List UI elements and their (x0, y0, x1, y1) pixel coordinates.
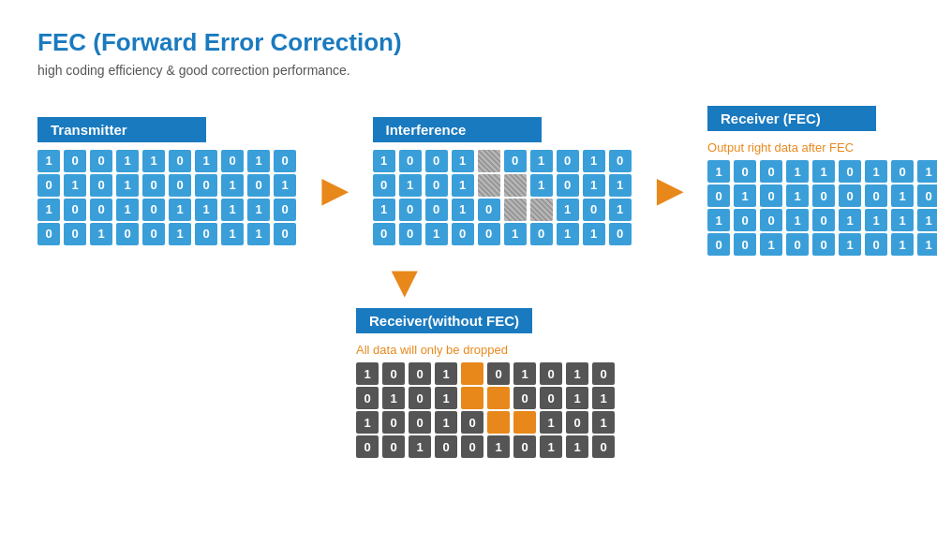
bit-cell: 1 (373, 199, 395, 221)
bit-cell: 0 (707, 233, 730, 256)
bit-cell: 1 (504, 223, 527, 245)
bit-cell: 0 (195, 223, 217, 245)
bit-cell: 1 (786, 209, 809, 231)
transmitter-header: Transmitter (37, 117, 206, 142)
bit-cell: 0 (557, 150, 579, 172)
bit-cell: 1 (435, 387, 457, 409)
bit-cell: 1 (583, 150, 605, 172)
bit-cell: 0 (116, 223, 139, 245)
bit-cell: 1 (356, 362, 379, 385)
bit-cell: 1 (786, 160, 809, 183)
bit-cell: 0 (90, 150, 112, 172)
bit-cell: 0 (557, 174, 579, 197)
bit-cell: 0 (504, 150, 527, 172)
transmitter-block: Transmitter 1001101010010100010110010111… (37, 117, 298, 245)
bit-cell (504, 174, 527, 197)
bit-cell (487, 387, 510, 409)
bit-cell: 1 (592, 387, 615, 409)
bit-cell: 0 (478, 199, 500, 221)
bit-cell: 0 (142, 223, 165, 245)
bit-cell: 1 (452, 199, 474, 221)
bit-cell: 1 (409, 435, 431, 458)
bit-cell: 0 (356, 435, 379, 458)
bit-cell: 0 (865, 233, 887, 256)
bit-cell: 0 (382, 411, 405, 434)
page-subtitle: high coding efficiency & good correction… (37, 63, 900, 78)
bit-cell: 0 (425, 199, 448, 221)
bit-cell (461, 362, 483, 385)
bit-cell: 0 (592, 362, 615, 385)
bit-cell: 1 (786, 184, 809, 207)
bit-cell: 0 (583, 199, 605, 221)
bit-cell: 1 (221, 223, 244, 245)
bit-cell: 1 (540, 411, 562, 434)
bit-cell: 1 (917, 209, 937, 231)
bit-cell (530, 199, 553, 221)
bit-cell: 1 (221, 199, 244, 221)
receiver-fec-header: Receiver (FEC) (707, 106, 876, 131)
bit-cell: 0 (707, 184, 730, 207)
bit-cell: 1 (37, 150, 60, 172)
bit-cell: 0 (409, 362, 431, 385)
bit-cell (487, 411, 510, 434)
bit-cell: 0 (247, 174, 270, 197)
bit-cell: 1 (540, 435, 562, 458)
bit-cell: 1 (356, 411, 379, 434)
receiver-no-fec-grid: 10010101001010011100101010010010110 (356, 362, 617, 458)
bit-cell: 0 (274, 150, 296, 172)
bit-cell: 1 (116, 199, 139, 221)
bit-cell: 1 (707, 160, 730, 183)
bit-cell: 1 (435, 411, 457, 434)
bit-cell: 0 (609, 223, 632, 245)
bit-cell: 0 (169, 174, 191, 197)
bit-cell: 0 (142, 199, 165, 221)
bit-cell: 1 (274, 174, 296, 197)
bit-cell: 1 (891, 233, 914, 256)
bit-cell: 0 (382, 362, 405, 385)
bit-cell: 1 (425, 223, 448, 245)
bit-cell: 1 (839, 209, 861, 231)
bit-cell: 1 (760, 233, 782, 256)
bit-cell: 1 (452, 174, 474, 197)
bit-cell: 1 (452, 150, 474, 172)
interference-grid: 10010101001011011100101010010010110 (373, 150, 633, 245)
bit-cell: 1 (839, 233, 861, 256)
receiver-no-fec-sublabel: All data will only be dropped (356, 343, 508, 357)
bit-cell: 0 (812, 233, 835, 256)
bit-cell: 0 (592, 435, 615, 458)
bit-cell: 0 (839, 160, 861, 183)
bit-cell: 1 (247, 150, 270, 172)
bit-cell: 0 (274, 199, 296, 221)
bit-cell: 1 (142, 150, 165, 172)
bit-cell: 1 (583, 223, 605, 245)
bit-cell: 0 (452, 223, 474, 245)
receiver-no-fec-header: Receiver(without FEC) (356, 308, 532, 333)
bit-cell: 0 (425, 174, 448, 197)
bit-cell: 1 (557, 199, 579, 221)
bit-cell: 0 (540, 362, 562, 385)
bit-cell: 0 (356, 387, 379, 409)
bit-cell: 1 (435, 362, 457, 385)
bit-cell: 0 (64, 199, 86, 221)
bit-cell: 0 (917, 184, 937, 207)
bit-cell: 1 (64, 174, 86, 197)
bit-cell: 0 (142, 174, 165, 197)
bit-cell: 0 (90, 174, 112, 197)
bit-cell: 1 (812, 160, 835, 183)
bit-cell: 1 (865, 160, 887, 183)
bit-cell: 0 (513, 387, 536, 409)
bit-cell: 1 (566, 362, 588, 385)
bit-cell: 0 (399, 199, 422, 221)
bit-cell: 0 (609, 150, 632, 172)
bit-cell: 1 (487, 435, 510, 458)
bit-cell: 1 (373, 150, 395, 172)
bit-cell: 0 (734, 209, 756, 231)
bit-cell: 0 (760, 160, 782, 183)
bit-cell (461, 387, 483, 409)
bit-cell: 0 (373, 174, 395, 197)
bit-cell: 0 (64, 223, 86, 245)
receiver-fec-sublabel: Output right data after FEC (707, 140, 854, 155)
bit-cell: 0 (812, 209, 835, 231)
bit-cell: 1 (37, 199, 60, 221)
bit-cell: 0 (195, 174, 217, 197)
